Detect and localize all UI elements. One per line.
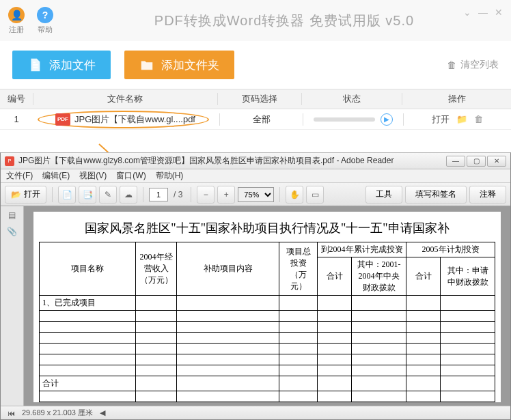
nav-first-icon[interactable]: ⏮ xyxy=(8,409,15,417)
menu-window[interactable]: 窗口(W) xyxy=(116,170,146,182)
reader-titlebar: P JPG图片【下载自www.glzy8.com管理资源吧】国家风景名胜区申请国… xyxy=(1,153,510,169)
th-subtotal-2: 合计 xyxy=(406,257,441,296)
thumbnails-icon[interactable]: ▤ xyxy=(8,210,16,220)
edit-icon[interactable]: ✎ xyxy=(99,186,117,204)
reader-maximize-button[interactable]: ▢ xyxy=(467,156,486,167)
select-tool-icon[interactable]: ▭ xyxy=(306,186,324,204)
row-no: 1 xyxy=(0,114,33,124)
open-link[interactable]: 打开 xyxy=(432,113,450,126)
play-button[interactable]: ▶ xyxy=(381,113,393,126)
document-page: 国家风景名胜区"十五"国家补助项目执行情况及"十一五"申请国家补 项目名称 20… xyxy=(33,212,501,402)
document-viewport[interactable]: 国家风景名胜区"十五"国家补助项目执行情况及"十一五"申请国家补 项目名称 20… xyxy=(24,206,510,406)
action-row: 添加文件 添加文件夹 🗑 清空列表 xyxy=(0,41,511,89)
register-button[interactable]: 👤 注册 xyxy=(8,7,25,35)
row-total: 合计 xyxy=(40,376,136,391)
menu-edit[interactable]: 编辑(E) xyxy=(42,170,70,182)
adobe-reader-window: P JPG图片【下载自www.glzy8.com管理资源吧】国家风景名胜区申请国… xyxy=(0,152,511,420)
folder-icon xyxy=(139,57,154,72)
comment-tab[interactable]: 注释 xyxy=(469,186,506,204)
page-number-input[interactable] xyxy=(149,188,168,201)
th-plan-2005: 2005年计划投资 xyxy=(406,242,495,257)
reader-minimize-button[interactable]: — xyxy=(446,156,465,167)
help-button[interactable]: ? 帮助 xyxy=(37,7,53,35)
highlight-ellipse: PDF JPG图片【下载自www.gl....pdf xyxy=(38,111,209,128)
clear-list-button[interactable]: 🗑 清空列表 xyxy=(447,59,499,71)
close-icon[interactable]: ✕ xyxy=(495,7,503,18)
zoom-in-icon[interactable]: + xyxy=(217,186,235,204)
col-no: 编号 xyxy=(0,93,33,105)
page-total-label: / 3 xyxy=(174,190,182,199)
zoom-select[interactable]: 75% xyxy=(238,187,274,202)
th-central: 其中：2001-2004年中央财政拨款 xyxy=(352,257,406,296)
row-op-cell: 打开 📁 🗑 xyxy=(403,113,511,126)
tools-tab[interactable]: 工具 xyxy=(365,186,402,204)
open-folder-icon: 📂 xyxy=(11,190,21,199)
trash-icon: 🗑 xyxy=(447,59,456,70)
help-icon: ? xyxy=(37,7,53,23)
col-name: 文件名称 xyxy=(33,93,217,105)
delete-row-icon[interactable]: 🗑 xyxy=(474,114,483,124)
converter-titlebar: 👤 注册 ? 帮助 PDF转换成Word转换器 免费试用版 v5.0 ⌄ — ✕ xyxy=(0,0,511,41)
menu-view[interactable]: 视图(V) xyxy=(79,170,107,182)
cloud-icon[interactable]: ☁ xyxy=(120,186,137,204)
toolbar-open-label: 打开 xyxy=(24,188,40,200)
menu-help[interactable]: 帮助(H) xyxy=(156,170,184,182)
progress-bar xyxy=(314,117,375,122)
reader-sidebar: ▤ 📎 xyxy=(1,206,24,406)
row-page-select[interactable]: 全部 xyxy=(219,113,303,126)
create-pdf-icon[interactable]: 📄 xyxy=(58,186,76,204)
add-folder-label: 添加文件夹 xyxy=(161,57,219,73)
th-income: 2004年经营收入（万元） xyxy=(136,242,177,296)
menu-file[interactable]: 文件(F) xyxy=(6,170,33,182)
folder-open-icon[interactable]: 📁 xyxy=(456,114,467,124)
reader-title-text: JPG图片【下载自www.glzy8.com管理资源吧】国家风景名胜区申请国家补… xyxy=(18,155,393,167)
th-proj-name: 项目名称 xyxy=(40,242,136,296)
register-label: 注册 xyxy=(9,25,24,35)
pdf-chip-icon: PDF xyxy=(55,113,70,126)
help-label: 帮助 xyxy=(38,25,53,35)
reader-menubar: 文件(F) 编辑(E) 视图(V) 窗口(W) 帮助(H) xyxy=(1,169,510,183)
user-icon: 👤 xyxy=(8,7,25,23)
th-subtotal-1: 合计 xyxy=(318,257,352,296)
hand-tool-icon[interactable]: ✋ xyxy=(286,186,303,204)
row-filename: JPG图片【下载自www.gl....pdf xyxy=(74,113,195,126)
clear-list-label: 清空列表 xyxy=(460,59,499,71)
th-total-invest: 项目总投资（万元） xyxy=(279,242,318,296)
dropdown-icon[interactable]: ⌄ xyxy=(463,7,471,18)
page-dimensions: 29.689 x 21.003 厘米 xyxy=(22,408,93,418)
th-cum-2004: 到2004年累计完成投资 xyxy=(318,242,406,257)
add-file-label: 添加文件 xyxy=(49,57,96,73)
row-status-cell: ▶ xyxy=(303,113,402,126)
col-op: 操作 xyxy=(402,93,511,105)
pdf-app-icon: P xyxy=(5,156,14,166)
add-file-button[interactable]: 添加文件 xyxy=(12,51,111,79)
document-title: 国家风景名胜区"十五"国家补助项目执行情况及"十一五"申请国家补 xyxy=(39,217,495,242)
zoom-out-icon[interactable]: − xyxy=(197,186,215,204)
th-req-central: 其中：申请中财政拨款 xyxy=(441,257,495,296)
attachment-icon[interactable]: 📎 xyxy=(7,227,17,236)
nav-prev-icon[interactable]: ◀ xyxy=(100,408,105,417)
table-row[interactable]: 1 PDF JPG图片【下载自www.gl....pdf 全部 ▶ 打开 📁 🗑 xyxy=(0,109,511,130)
reader-statusbar: ⏮ 29.689 x 21.003 厘米 ◀ xyxy=(1,406,510,419)
export-pdf-icon[interactable]: 📑 xyxy=(79,186,96,204)
document-table: 项目名称 2004年经营收入（万元） 补助项目内容 项目总投资（万元） 到200… xyxy=(39,242,495,402)
file-icon xyxy=(27,57,42,72)
row-name-cell: PDF JPG图片【下载自www.gl....pdf xyxy=(33,111,219,128)
app-title: PDF转换成Word转换器 免费试用版 v5.0 xyxy=(66,12,503,30)
fill-sign-tab[interactable]: 填写和签名 xyxy=(405,186,467,204)
toolbar-open-button[interactable]: 📂 打开 xyxy=(5,186,46,204)
grid-header: 编号 文件名称 页码选择 状态 操作 xyxy=(0,89,511,109)
minimize-icon[interactable]: — xyxy=(478,7,488,18)
th-content: 补助项目内容 xyxy=(177,242,279,296)
col-status: 状态 xyxy=(301,93,402,105)
col-page: 页码选择 xyxy=(217,93,301,105)
row-done-title: 1、已完成项目 xyxy=(40,296,136,311)
window-controls: ⌄ — ✕ xyxy=(463,7,503,18)
reader-close-button[interactable]: ✕ xyxy=(487,156,506,167)
reader-toolbar: 📂 打开 📄 📑 ✎ ☁ / 3 − + 75% ✋ ▭ 工具 填写和签名 注释 xyxy=(1,183,510,206)
add-folder-button[interactable]: 添加文件夹 xyxy=(124,51,234,79)
